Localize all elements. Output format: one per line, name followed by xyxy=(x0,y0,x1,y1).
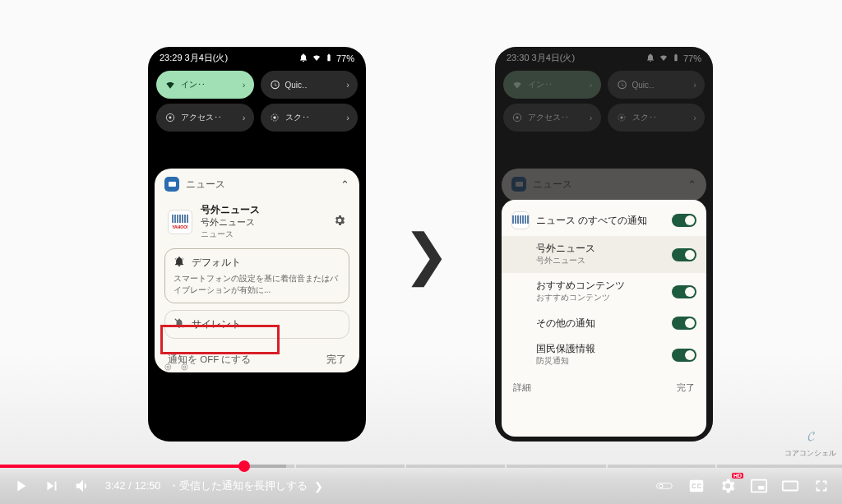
option-default-label: デフォルト xyxy=(192,256,241,270)
screen-record-icon xyxy=(269,112,280,123)
qs-label: イン‥ xyxy=(181,79,238,90)
wifi-icon xyxy=(511,79,523,90)
option-silent-label: サイレント xyxy=(192,317,241,331)
svg-point-8 xyxy=(620,116,623,119)
wifi-icon xyxy=(659,53,669,64)
hd-badge: HD xyxy=(732,473,743,479)
notification-card-bg: ニュース ⌃ xyxy=(502,169,706,201)
wifi-icon xyxy=(164,79,176,90)
option-default[interactable]: デフォルト スマートフォンの設定を基に着信音またはバイブレーションが有効に... xyxy=(164,248,349,303)
settings-button[interactable]: HD xyxy=(719,477,737,495)
miniplayer-button[interactable] xyxy=(750,477,768,495)
phone-right: 23:30 3月4日(火) 77% イン‥ › Quic‥ › アクセス‥ › xyxy=(495,47,713,442)
qs-access[interactable]: アクセス‥ › xyxy=(156,104,254,132)
channel-title: 号外ニュース xyxy=(536,243,665,255)
volume-button[interactable] xyxy=(74,477,92,495)
qs-label: Quic‥ xyxy=(285,81,342,90)
history-icon xyxy=(616,79,627,90)
status-bar: 23:30 3月4日(火) 77% xyxy=(495,47,713,66)
qs-row-1: イン‥ › Quic‥ › xyxy=(495,66,713,99)
status-bar: 23:29 3月4日(火) 77% xyxy=(148,47,366,66)
qs-label: Quic‥ xyxy=(632,81,689,90)
details-button[interactable]: 詳細 xyxy=(513,381,531,394)
toggle-switch[interactable] xyxy=(672,285,696,298)
channel-watermark[interactable]: 𝓒 コアコンシェル xyxy=(784,427,836,459)
channel-row-breaking[interactable]: 号外ニュース 号外ニュース xyxy=(502,236,706,273)
time-sep: / xyxy=(128,480,131,492)
qs-label: スク‥ xyxy=(285,112,342,123)
next-button[interactable] xyxy=(43,477,61,495)
notification-category: ニュース xyxy=(201,229,325,240)
history-icon xyxy=(269,79,280,90)
autoplay-toggle[interactable] xyxy=(656,477,674,495)
chapter-title[interactable]: ・受信した通知を長押しする xyxy=(169,479,308,493)
svg-point-3 xyxy=(273,116,276,119)
accessibility-icon xyxy=(164,112,176,123)
qs-internet[interactable]: イン‥ › xyxy=(503,71,601,99)
svg-point-1 xyxy=(169,117,172,119)
qs-label: スク‥ xyxy=(632,112,689,123)
play-button[interactable] xyxy=(12,477,30,495)
option-silent[interactable]: サイレント xyxy=(164,310,349,339)
battery-icon xyxy=(672,53,680,64)
fullscreen-button[interactable] xyxy=(812,477,830,495)
chevron-right-icon: › xyxy=(590,80,593,90)
done-button[interactable]: 完了 xyxy=(677,381,695,394)
bell-ring-icon xyxy=(173,256,185,270)
chevron-right-icon[interactable]: ❯ xyxy=(314,480,323,492)
done-button[interactable]: 完了 xyxy=(326,354,346,366)
channel-sub: 防災通知 xyxy=(536,355,665,367)
settings-actions: 詳細 完了 xyxy=(510,373,698,399)
channel-settings-card: ニュース のすべての通知 号外ニュース 号外ニュース おすすめコンテンツ おすす… xyxy=(502,200,706,437)
qs-label: イン‥ xyxy=(528,79,585,90)
qs-access[interactable]: アクセス‥ › xyxy=(503,104,601,132)
alarm-off-icon xyxy=(645,53,655,64)
option-default-desc: スマートフォンの設定を基に着信音またはバイブレーションが有効に... xyxy=(173,273,340,296)
gear-icon[interactable] xyxy=(333,214,346,230)
qs-row-2: アクセス‥ › スク‥ › xyxy=(495,99,713,132)
wifi-icon xyxy=(312,53,322,64)
channel-title: おすすめコンテンツ xyxy=(536,280,665,292)
chevron-up-icon: ⌃ xyxy=(687,178,696,191)
time-display: 3:42 / 12:50 ・受信した通知を長押しする ❯ xyxy=(105,479,323,493)
status-time: 23:29 xyxy=(160,53,183,62)
footer-app-icons: ◎ ◎ xyxy=(164,362,192,371)
channel-row-other[interactable]: その他の通知 xyxy=(510,310,698,336)
qs-screen[interactable]: スク‥ › xyxy=(261,104,359,132)
yahoo-news-icon xyxy=(511,211,530,229)
chevron-right-icon: › xyxy=(346,80,349,90)
channel-sub: 号外ニュース xyxy=(536,255,665,266)
yahoo-news-icon: YAHOO! xyxy=(168,210,192,234)
toggle-switch[interactable] xyxy=(672,214,696,227)
news-app-icon xyxy=(511,177,526,192)
watermark-text: コアコンシェル xyxy=(784,449,836,459)
notification-group: ニュース xyxy=(533,178,572,192)
news-app-icon xyxy=(164,177,179,192)
status-date: 3月4日(火) xyxy=(185,53,229,62)
alarm-off-icon xyxy=(298,53,308,64)
status-time: 23:30 xyxy=(507,53,530,62)
qs-screen[interactable]: スク‥ › xyxy=(608,104,706,132)
channel-row-all[interactable]: ニュース のすべての通知 xyxy=(510,205,698,236)
channel-title: その他の通知 xyxy=(536,317,665,330)
qs-quickshare[interactable]: Quic‥ › xyxy=(608,71,706,99)
channel-row-recommended[interactable]: おすすめコンテンツ おすすめコンテンツ xyxy=(510,273,698,310)
qs-internet[interactable]: イン‥ › xyxy=(156,71,254,99)
phone-left: 23:29 3月4日(火) 77% イン‥ › Quic‥ › アクセス‥ › xyxy=(148,47,366,442)
toggle-switch[interactable] xyxy=(672,248,696,261)
chevron-right-icon: › xyxy=(693,80,696,90)
chevron-up-icon[interactable]: ⌃ xyxy=(340,178,349,191)
channel-row-disaster[interactable]: 国民保護情報 防災通知 xyxy=(510,336,698,373)
qs-quickshare[interactable]: Quic‥ › xyxy=(261,71,359,99)
notification-card: ニュース ⌃ YAHOO! 号外ニュース 号外ニュース ニュース デフォルト ス… xyxy=(155,169,359,372)
notification-header[interactable]: ニュース ⌃ xyxy=(164,177,349,198)
arrow-right: ❯ xyxy=(403,222,450,287)
theater-button[interactable] xyxy=(781,477,799,495)
svg-point-6 xyxy=(516,117,519,119)
time-total: 12:50 xyxy=(135,480,160,492)
toggle-switch[interactable] xyxy=(672,317,696,330)
status-date: 3月4日(火) xyxy=(532,53,576,62)
toggle-switch[interactable] xyxy=(672,349,696,362)
video-player-controls: 3:42 / 12:50 ・受信した通知を長押しする ❯ HD xyxy=(0,465,842,504)
captions-button[interactable] xyxy=(687,477,706,495)
